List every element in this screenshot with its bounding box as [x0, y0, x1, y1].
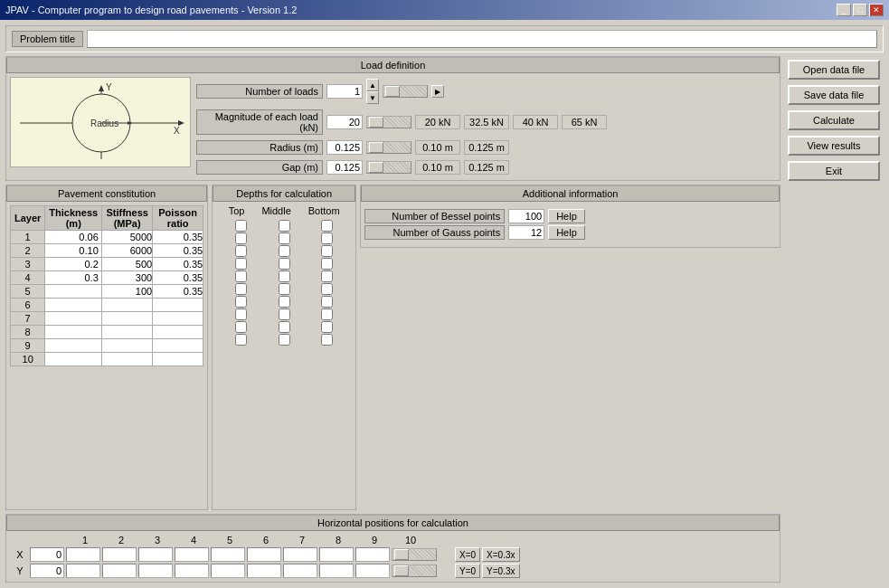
- depth-checkbox-bottom[interactable]: [321, 308, 333, 320]
- thickness-cell-input[interactable]: [49, 245, 99, 256]
- depth-checkbox-top[interactable]: [235, 334, 247, 346]
- poisson-cell-input[interactable]: [153, 354, 203, 365]
- radius-scrollbar[interactable]: [366, 141, 411, 154]
- loads-spinner-up[interactable]: ▲: [366, 79, 379, 91]
- depth-checkbox-middle[interactable]: [279, 308, 290, 320]
- y-scrollbar[interactable]: [392, 564, 437, 577]
- depth-checkbox-top[interactable]: [235, 296, 247, 308]
- stiffness-cell-input[interactable]: [102, 354, 152, 365]
- y-input-7[interactable]: [247, 564, 281, 578]
- loads-right-arrow[interactable]: ▶: [431, 85, 444, 98]
- thickness-cell-input[interactable]: [49, 313, 99, 324]
- depth-checkbox-bottom[interactable]: [321, 232, 333, 244]
- thickness-cell-input[interactable]: [49, 259, 99, 270]
- close-button[interactable]: ✕: [869, 4, 884, 16]
- maximize-button[interactable]: □: [853, 4, 867, 16]
- thickness-cell-input[interactable]: [49, 272, 99, 283]
- thickness-cell-input[interactable]: [49, 299, 99, 310]
- y-input-1[interactable]: [30, 564, 64, 578]
- bessel-input[interactable]: [508, 209, 544, 223]
- poisson-cell-input[interactable]: [153, 313, 203, 324]
- poisson-cell-input[interactable]: [153, 286, 203, 297]
- depth-checkbox-middle[interactable]: [279, 321, 290, 333]
- x-input-7[interactable]: [247, 547, 281, 562]
- depth-checkbox-bottom[interactable]: [321, 321, 333, 333]
- depth-checkbox-middle[interactable]: [279, 270, 290, 282]
- y-input-4[interactable]: [138, 564, 173, 578]
- y-input-9[interactable]: [319, 564, 354, 578]
- calculate-button[interactable]: Calculate: [788, 110, 880, 130]
- x-input-6[interactable]: [211, 547, 245, 562]
- gauss-input[interactable]: [508, 225, 544, 240]
- bessel-help-button[interactable]: Help: [548, 209, 585, 223]
- depth-checkbox-top[interactable]: [235, 232, 247, 244]
- depth-checkbox-top[interactable]: [235, 321, 247, 333]
- depth-checkbox-top[interactable]: [235, 308, 247, 320]
- stiffness-cell-input[interactable]: [102, 286, 152, 297]
- gap-input[interactable]: [326, 160, 363, 175]
- depth-checkbox-top[interactable]: [235, 283, 247, 295]
- radius-input[interactable]: [326, 140, 363, 155]
- depth-checkbox-middle[interactable]: [279, 258, 290, 270]
- depth-checkbox-bottom[interactable]: [321, 245, 333, 257]
- depth-checkbox-middle[interactable]: [279, 334, 290, 346]
- save-data-file-button[interactable]: Save data file: [788, 85, 880, 105]
- x-zero-button[interactable]: X=0: [455, 547, 480, 562]
- loads-scrollbar[interactable]: [383, 85, 428, 98]
- x-input-5[interactable]: [175, 547, 209, 562]
- minimize-button[interactable]: _: [837, 4, 851, 16]
- y-input-10[interactable]: [355, 564, 390, 578]
- y-third-button[interactable]: Y=0.3x: [482, 564, 519, 578]
- thickness-cell-input[interactable]: [49, 354, 99, 365]
- y-input-8[interactable]: [283, 564, 317, 578]
- depth-checkbox-bottom[interactable]: [321, 270, 333, 282]
- magnitude-scrollbar[interactable]: [366, 116, 411, 128]
- poisson-cell-input[interactable]: [153, 232, 203, 242]
- x-input-9[interactable]: [319, 547, 354, 562]
- open-data-file-button[interactable]: Open data file: [788, 60, 880, 80]
- x-input-8[interactable]: [283, 547, 317, 562]
- depth-checkbox-top[interactable]: [235, 270, 247, 282]
- gap-scrollbar[interactable]: [366, 161, 411, 174]
- depth-checkbox-middle[interactable]: [279, 220, 290, 232]
- poisson-cell-input[interactable]: [153, 299, 203, 310]
- view-results-button[interactable]: View results: [788, 136, 880, 156]
- depth-checkbox-top[interactable]: [235, 258, 247, 270]
- poisson-cell-input[interactable]: [153, 272, 203, 283]
- depth-checkbox-bottom[interactable]: [321, 296, 333, 308]
- thickness-cell-input[interactable]: [49, 286, 99, 297]
- depth-checkbox-middle[interactable]: [279, 245, 290, 257]
- poisson-cell-input[interactable]: [153, 245, 203, 256]
- y-input-6[interactable]: [211, 564, 245, 578]
- stiffness-cell-input[interactable]: [102, 313, 152, 324]
- depth-checkbox-bottom[interactable]: [321, 258, 333, 270]
- depth-checkbox-middle[interactable]: [279, 283, 290, 295]
- x-input-4[interactable]: [138, 547, 173, 562]
- y-input-3[interactable]: [102, 564, 137, 578]
- gauss-help-button[interactable]: Help: [548, 225, 585, 240]
- y-input-2[interactable]: [66, 564, 100, 578]
- x-scrollbar[interactable]: [392, 548, 437, 561]
- depth-checkbox-bottom[interactable]: [321, 220, 333, 232]
- depth-checkbox-middle[interactable]: [279, 232, 290, 244]
- y-input-5[interactable]: [175, 564, 209, 578]
- x-input-2[interactable]: [66, 547, 100, 562]
- x-input-3[interactable]: [102, 547, 137, 562]
- depth-checkbox-bottom[interactable]: [321, 334, 333, 346]
- y-zero-button[interactable]: Y=0: [455, 564, 480, 578]
- stiffness-cell-input[interactable]: [102, 259, 152, 270]
- x-input-10[interactable]: [355, 547, 390, 562]
- stiffness-cell-input[interactable]: [102, 327, 152, 337]
- depth-checkbox-top[interactable]: [235, 220, 247, 232]
- thickness-cell-input[interactable]: [49, 340, 99, 351]
- loads-spinner-down[interactable]: ▼: [366, 91, 379, 104]
- poisson-cell-input[interactable]: [153, 259, 203, 270]
- stiffness-cell-input[interactable]: [102, 272, 152, 283]
- x-third-button[interactable]: X=0.3x: [482, 547, 519, 562]
- magnitude-input[interactable]: [326, 115, 363, 129]
- num-loads-input[interactable]: [326, 84, 363, 99]
- stiffness-cell-input[interactable]: [102, 340, 152, 351]
- exit-button[interactable]: Exit: [788, 161, 880, 181]
- depth-checkbox-bottom[interactable]: [321, 283, 333, 295]
- thickness-cell-input[interactable]: [49, 232, 99, 242]
